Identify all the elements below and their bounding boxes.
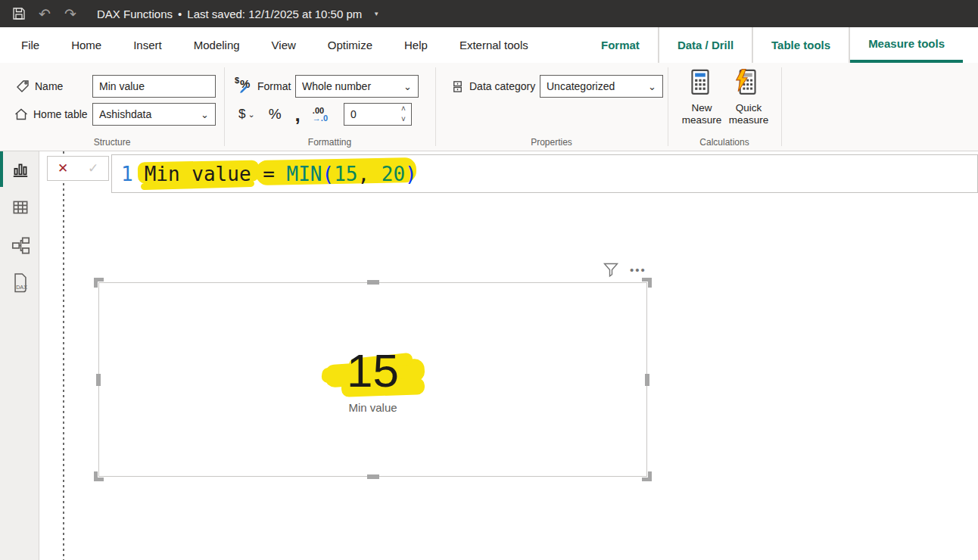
format-select[interactable]: Whole number ⌄	[295, 75, 419, 98]
home-table-select[interactable]: Ashishdata ⌄	[92, 103, 216, 126]
formula-close-paren: )	[405, 163, 417, 185]
redo-button[interactable]: ↷	[58, 0, 83, 27]
group-separator	[781, 67, 782, 146]
tab-format[interactable]: Format	[583, 27, 658, 63]
card-visual[interactable]: 15 Min value	[98, 282, 647, 477]
tab-view[interactable]: View	[256, 27, 312, 63]
formula-argument-1: 15	[334, 163, 357, 185]
more-options-button[interactable]: •••	[630, 263, 646, 276]
save-icon	[12, 7, 26, 20]
undo-button[interactable]: ↶	[32, 0, 58, 27]
view-switcher-sidebar: DAX	[0, 151, 39, 560]
svg-text:DAX: DAX	[16, 285, 27, 291]
report-view-icon	[11, 160, 30, 180]
tag-icon	[15, 79, 30, 94]
data-category-label: Data category	[469, 80, 535, 92]
new-measure-button[interactable]: New measure	[677, 69, 726, 140]
tab-modeling[interactable]: Modeling	[178, 27, 256, 63]
dollar-icon: $	[238, 107, 245, 122]
formula-function-name: MIN	[287, 163, 322, 185]
undo-icon: ↶	[39, 5, 51, 22]
contextual-tabs: Format Data / Drill Table tools Measure …	[583, 27, 963, 63]
powerbi-window: ↶ ↷ DAX Functions • Last saved: 12/1/202…	[0, 0, 978, 560]
group-formatting: $% Format Whole number ⌄ $ ⌄ %	[224, 63, 435, 151]
commit-formula-button[interactable]: ✓	[78, 160, 108, 176]
tab-table-tools[interactable]: Table tools	[753, 27, 849, 63]
format-label: Format	[257, 80, 291, 92]
last-saved-text: Last saved: 12/1/2025 at 10:50 pm	[187, 8, 362, 20]
title-bar: ↶ ↷ DAX Functions • Last saved: 12/1/202…	[0, 0, 978, 27]
model-view-icon	[11, 235, 31, 256]
decimal-places-button[interactable]: .00 →.0	[309, 103, 332, 126]
chevron-down-icon: ⌄	[403, 82, 412, 92]
ribbon: Name Home table Ashishdata ⌄ Structure	[0, 63, 978, 151]
tab-measure-tools[interactable]: Measure tools	[850, 27, 963, 63]
cancel-formula-button[interactable]: ✕	[48, 160, 78, 176]
comma-icon: ,	[295, 110, 301, 118]
filter-icon[interactable]	[603, 262, 619, 278]
resize-handle-top-right[interactable]	[642, 278, 652, 288]
home-table-label: Home table	[33, 108, 88, 120]
resize-handle-top-left[interactable]	[94, 278, 104, 288]
quick-measure-button[interactable]: Quick measure	[724, 69, 773, 140]
tab-insert[interactable]: Insert	[117, 27, 178, 63]
percent-format-button[interactable]: %	[265, 103, 285, 126]
visual-header-toolbar: •••	[603, 262, 646, 278]
format-icon: $%	[235, 77, 254, 95]
file-name: DAX Functions	[97, 8, 173, 20]
tab-external-tools[interactable]: External tools	[444, 27, 544, 63]
data-category-select[interactable]: Uncategorized ⌄	[540, 75, 663, 98]
home-icon	[14, 107, 29, 122]
chevron-down-icon: ⌄	[648, 82, 656, 92]
tab-optimize[interactable]: Optimize	[312, 27, 388, 63]
card-label: Min value	[99, 401, 646, 414]
data-category-icon	[450, 79, 465, 94]
quick-measure-label: Quick measure	[724, 102, 773, 126]
card-value: 15	[99, 347, 646, 395]
group-label-calculations: Calculations	[668, 137, 781, 148]
group-structure: Name Home table Ashishdata ⌄ Structure	[0, 63, 224, 151]
thousands-separator-button[interactable]: ,	[291, 103, 304, 126]
calculator-icon	[689, 69, 715, 99]
formula-equals: =	[251, 163, 287, 185]
measure-name-input[interactable]	[92, 75, 216, 98]
formula-argument-2: 20	[382, 163, 405, 185]
decimal-places-input[interactable]	[344, 104, 396, 125]
report-canvas[interactable]: ✕ ✓ 1 Min value = MIN ( 15 , 20 ) •••	[39, 151, 978, 560]
formula-open-paren: (	[322, 163, 334, 185]
model-view-button[interactable]	[8, 233, 33, 257]
percent-icon: %	[269, 106, 282, 123]
file-title[interactable]: DAX Functions • Last saved: 12/1/2025 at…	[97, 8, 379, 20]
spin-up-button[interactable]: ˄	[396, 104, 411, 114]
report-view-button[interactable]	[8, 158, 33, 182]
resize-handle-bottom[interactable]	[367, 474, 379, 479]
dax-query-view-button[interactable]: DAX	[8, 271, 33, 295]
name-label: Name	[35, 80, 63, 92]
table-view-icon	[11, 198, 30, 217]
page-guide-dotted-line	[63, 151, 64, 560]
table-view-button[interactable]	[8, 195, 33, 219]
line-number: 1	[121, 163, 133, 185]
formula-separator: ,	[357, 163, 381, 185]
active-view-indicator	[0, 151, 3, 187]
spin-down-button[interactable]: ˅	[396, 114, 411, 125]
resize-handle-top[interactable]	[367, 280, 379, 285]
decimal-places-icon: .00 →.0	[313, 107, 328, 122]
tab-help[interactable]: Help	[388, 27, 444, 63]
resize-handle-bottom-left[interactable]	[94, 471, 104, 481]
currency-format-button[interactable]: $ ⌄	[235, 103, 259, 126]
tab-data-drill[interactable]: Data / Drill	[659, 27, 752, 63]
formula-commit-box: ✕ ✓	[47, 156, 109, 181]
save-button[interactable]	[6, 0, 32, 27]
group-label-properties: Properties	[435, 137, 668, 148]
dax-formula-input[interactable]: 1 Min value = MIN ( 15 , 20 )	[111, 154, 978, 193]
resize-handle-bottom-right[interactable]	[642, 471, 652, 481]
tab-file[interactable]: File	[0, 27, 55, 63]
chevron-down-icon: ⌄	[248, 110, 254, 120]
new-measure-label: New measure	[677, 102, 726, 126]
title-separator: •	[178, 8, 182, 20]
quick-measure-icon	[736, 69, 762, 99]
ribbon-tab-bar: File Home Insert Modeling View Optimize …	[0, 27, 978, 63]
tab-home[interactable]: Home	[55, 27, 117, 63]
group-properties: Data category Uncategorized ⌄ Properties	[435, 63, 668, 151]
